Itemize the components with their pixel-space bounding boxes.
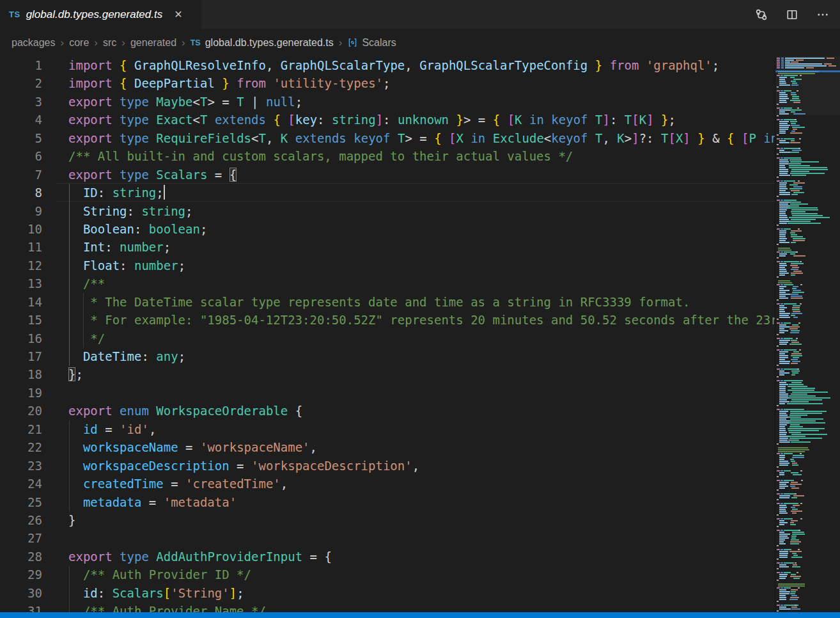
code-text: String: string; xyxy=(68,202,193,220)
code-line[interactable]: 22 workspaceName = 'workspaceName', xyxy=(0,438,775,456)
breadcrumb-separator: › xyxy=(339,36,343,49)
line-number[interactable]: 14 xyxy=(0,293,42,311)
code-text: import { DeepPartial } from 'utility-typ… xyxy=(68,74,390,92)
line-number[interactable]: 29 xyxy=(0,566,42,583)
code-line[interactable]: 11 Int: number; xyxy=(0,238,775,256)
code-line[interactable]: 10 Boolean: boolean; xyxy=(0,220,775,238)
line-number[interactable]: 24 xyxy=(0,475,42,493)
line-number[interactable]: 9 xyxy=(0,202,42,220)
code-line[interactable]: 7export type Scalars = { xyxy=(0,166,775,184)
line-number[interactable]: 8 xyxy=(0,184,42,202)
tab-title: global.db.types.generated.ts xyxy=(26,8,163,21)
line-number[interactable]: 15 xyxy=(0,311,42,329)
line-number[interactable]: 3 xyxy=(0,93,42,111)
line-number[interactable]: 11 xyxy=(0,238,42,256)
code-text: }; xyxy=(68,365,83,383)
code-line[interactable]: 14 * The DateTime scalar type represents… xyxy=(0,293,775,311)
code-editor[interactable]: 1import { GraphQLResolveInfo, GraphQLSca… xyxy=(0,56,840,612)
code-text: workspaceDescription = 'workspaceDescrip… xyxy=(68,457,419,475)
code-line[interactable]: 25 metadata = 'metadata' xyxy=(0,493,775,511)
line-number[interactable]: 20 xyxy=(0,402,42,420)
code-line[interactable]: 29 /** Auth Provider ID */ xyxy=(0,566,775,583)
line-number[interactable]: 17 xyxy=(0,347,42,365)
code-text: import { GraphQLResolveInfo, GraphQLScal… xyxy=(68,56,719,74)
breadcrumb-item-generated[interactable]: generated xyxy=(130,37,176,49)
code-line[interactable]: 26} xyxy=(0,511,775,529)
code-line[interactable]: 21 id = 'id', xyxy=(0,420,775,438)
breadcrumb: packages › core › src › generated › TS g… xyxy=(0,29,840,56)
code-line[interactable]: 28export type AddAuthProviderInput = { xyxy=(0,548,775,566)
breadcrumb-item-core[interactable]: core xyxy=(69,37,89,49)
line-number[interactable]: 31 xyxy=(0,602,42,612)
code-line[interactable]: 3export type Maybe<T> = T | null; xyxy=(0,93,775,111)
breadcrumb-separator: › xyxy=(94,36,98,49)
code-line[interactable]: 31 /** Auth Provider Name */ xyxy=(0,602,775,612)
line-number[interactable]: 25 xyxy=(0,493,42,511)
code-text: id = 'id', xyxy=(68,420,156,438)
line-number[interactable]: 27 xyxy=(0,529,42,547)
code-line[interactable]: 9 String: string; xyxy=(0,202,775,220)
line-number[interactable]: 7 xyxy=(0,166,42,184)
code-text: export type Maybe<T> = T | null; xyxy=(68,93,302,111)
line-number[interactable]: 10 xyxy=(0,220,42,238)
code-line[interactable]: 20export enum WorkspaceOrderable { xyxy=(0,402,775,420)
code-line[interactable]: 1import { GraphQLResolveInfo, GraphQLSca… xyxy=(0,56,775,74)
code-text: * For example: "1985-04-12T23:20:50.52Z"… xyxy=(68,311,775,329)
code-line[interactable]: 8 ID: string; xyxy=(0,184,775,202)
code-line[interactable]: 5export type RequireFields<T, K extends … xyxy=(0,129,775,147)
code-line[interactable]: 24 createdTime = 'createdTime', xyxy=(0,475,775,493)
line-number[interactable]: 13 xyxy=(0,274,42,292)
code-line[interactable]: 18}; xyxy=(0,365,775,383)
line-number[interactable]: 4 xyxy=(0,111,42,129)
more-actions-icon[interactable] xyxy=(816,8,830,22)
line-number[interactable]: 22 xyxy=(0,438,42,456)
close-icon[interactable]: ✕ xyxy=(171,8,185,21)
line-number[interactable]: 12 xyxy=(0,257,42,274)
breadcrumb-item-symbol[interactable]: Scalars xyxy=(362,37,396,49)
open-changes-icon[interactable] xyxy=(754,8,768,22)
code-line[interactable]: 16 */ xyxy=(0,329,775,347)
typescript-file-icon: TS xyxy=(191,38,201,47)
code-line[interactable]: 15 * For example: "1985-04-12T23:20:50.5… xyxy=(0,311,775,329)
code-line[interactable]: 12 Float: number; xyxy=(0,257,775,274)
tab-global-db-types[interactable]: TS global.db.types.generated.ts ✕ xyxy=(0,0,201,29)
line-number[interactable]: 2 xyxy=(0,74,42,92)
code-line[interactable]: 23 workspaceDescription = 'workspaceDesc… xyxy=(0,457,775,475)
code-line[interactable]: 19 xyxy=(0,384,775,402)
line-number[interactable]: 1 xyxy=(0,56,42,74)
code-text: workspaceName = 'workspaceName', xyxy=(68,438,317,456)
line-number[interactable]: 5 xyxy=(0,129,42,147)
code-text: export type Scalars = { xyxy=(68,166,237,184)
line-number[interactable]: 30 xyxy=(0,584,42,602)
code-line[interactable]: 13 /** xyxy=(0,274,775,292)
code-text: Int: number; xyxy=(68,238,171,256)
line-number[interactable]: 28 xyxy=(0,548,42,566)
code-text: DateTime: any; xyxy=(68,347,185,365)
minimap[interactable] xyxy=(775,56,840,612)
code-line[interactable]: 27 xyxy=(0,529,775,547)
line-number[interactable]: 19 xyxy=(0,384,42,402)
code-text: export type RequireFields<T, K extends k… xyxy=(68,129,775,147)
breadcrumb-item-file[interactable]: global.db.types.generated.ts xyxy=(205,37,334,49)
code-text: /** Auth Provider Name */ xyxy=(68,602,266,612)
code-text: /** Auth Provider ID */ xyxy=(68,566,251,583)
split-editor-icon[interactable] xyxy=(785,8,799,22)
code-line[interactable]: 4export type Exact<T extends { [key: str… xyxy=(0,111,775,129)
code-line[interactable]: 2import { DeepPartial } from 'utility-ty… xyxy=(0,74,775,92)
line-number[interactable]: 16 xyxy=(0,329,42,347)
code-text: createdTime = 'createdTime', xyxy=(68,475,288,493)
line-number[interactable]: 21 xyxy=(0,420,42,438)
line-number[interactable]: 26 xyxy=(0,511,42,529)
line-number[interactable]: 6 xyxy=(0,147,42,165)
symbol-object-icon xyxy=(347,37,358,48)
code-text: /** xyxy=(68,274,105,292)
line-number[interactable]: 23 xyxy=(0,457,42,475)
code-line[interactable]: 17 DateTime: any; xyxy=(0,347,775,365)
line-number[interactable]: 18 xyxy=(0,365,42,383)
breadcrumb-item-src[interactable]: src xyxy=(103,37,116,49)
code-line[interactable]: 6/** All built-in and custom scalars, ma… xyxy=(0,147,775,165)
code-line[interactable]: 30 id: Scalars['String']; xyxy=(0,584,775,602)
code-area[interactable]: 1import { GraphQLResolveInfo, GraphQLSca… xyxy=(0,56,775,612)
breadcrumb-item-packages[interactable]: packages xyxy=(12,37,56,49)
tab-bar: TS global.db.types.generated.ts ✕ xyxy=(0,0,840,29)
